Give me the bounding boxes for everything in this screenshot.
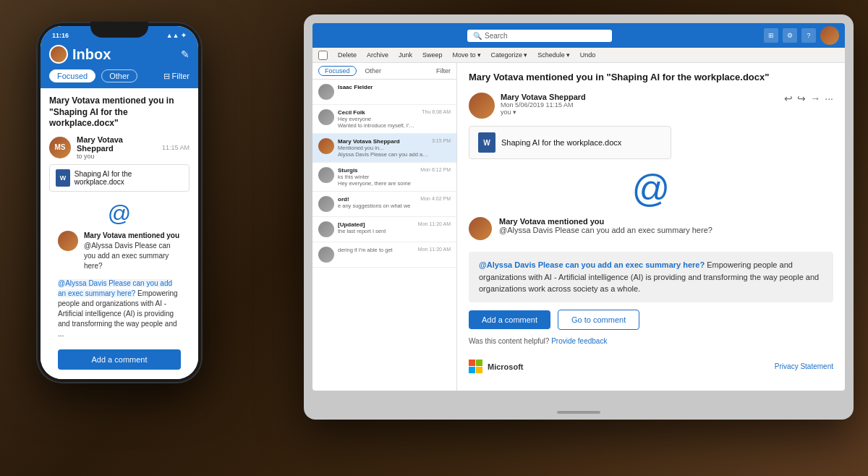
phone-add-comment-button[interactable]: Add a comment [58,349,181,370]
tablet-ctrl-undo-icon[interactable]: ↩ [784,93,793,104]
tablet-list-item-selected[interactable]: Mary Votava Sheppard Mentioned you in...… [312,134,456,163]
tablet-help-icon[interactable]: ? [801,28,816,43]
phone-mention-intro: Mary Votava mentioned you [84,231,181,241]
tablet-attachment-filename: Shaping AI for the workplace.docx [501,138,621,147]
tablet-word-icon: W [478,132,495,153]
tablet-email-list: Focused Other Filter Isaac Fielder [312,63,457,391]
tablet-item-avatar-3 [318,167,334,183]
tablet-item-avatar-4 [318,196,334,212]
phone-user-avatar [49,45,68,64]
tablet-mention-content: Mary Votava mentioned you @Alyssa Davis … [499,217,833,234]
tablet-list-item[interactable]: Sturgis ks this winter Hey everyone, the… [312,163,456,192]
phone-device: 11:16 ▲▲ ✦ Inbox ✎ Focused Other ⊟ Filte… [36,22,203,383]
tablet-categorize-button[interactable]: Categorize ▾ [488,50,531,60]
tablet-delete-button[interactable]: Delete [335,50,359,60]
tablet-sweep-button[interactable]: Sweep [420,50,446,60]
tablet-ctrl-forward-icon[interactable]: → [810,93,820,104]
tablet-item-avatar-2 [318,138,334,154]
tablet-action-buttons: Add a comment Go to comment [469,310,833,330]
phone-tab-focused[interactable]: Focused [49,69,95,82]
tablet-item-avatar-6 [318,247,334,263]
phone-email-time: 11:15 AM [162,144,190,151]
tablet-select-checkbox[interactable] [318,51,328,60]
tablet-item-content-1: Cecil Folk Hey everyone Wanted to introd… [338,109,418,129]
tablet-search-icon: 🔍 [473,32,482,40]
tablet-moveto-button[interactable]: Move to ▾ [450,50,484,60]
tablet-feedback-text: Was this content helpful? [469,337,549,345]
phone-sender-to: to you [77,153,156,160]
tablet-item-preview-1b: Wanted to introduce myself, I'm the new … [338,122,418,129]
phone-sender-avatar: MS [49,137,71,158]
phone-mention-avatar [58,231,78,251]
tablet-reading-meta: Mary Votava Sheppard Mon 5/06/2019 11:15… [469,93,833,119]
tablet-go-comment-button[interactable]: Go to comment [558,310,639,330]
phone-at-symbol: @ [108,202,131,225]
phone-attachment-name: Shaping AI for the workplace.docx [75,170,183,186]
phone-title-row: Inbox [49,45,111,64]
phone-mention-row: Mary Votava mentioned you @Alyssa Davis … [49,226,190,276]
tablet-item-sender-3: Sturgis [338,167,417,174]
tablet-privacy-link[interactable]: Privacy Statement [775,362,833,370]
tablet-reading-sender-name: Mary Votava Sheppard [501,93,778,101]
tablet-list-item[interactable]: Isaac Fielder [312,80,456,105]
tablet-item-time-1: Thu 8:08 AM [422,109,451,129]
tablet-item-sender-0: Isaac Fielder [338,84,451,90]
tablet-item-time-3: Mon 6:12 PM [420,167,451,187]
tablet-mention-row: Mary Votava mentioned you @Alyssa Davis … [469,217,833,240]
tablet-settings-icon[interactable]: ⚙ [783,28,797,43]
tablet-archive-button[interactable]: Archive [364,50,391,60]
tablet-body-highlighted: @Alyssa Davis Please can you add an exec… [479,260,705,269]
tablet-item-content-0: Isaac Fielder [338,84,451,100]
phone-sender-name: Mary Votava Sheppard [77,135,156,153]
tablet-list-tab-other[interactable]: Other [359,67,388,75]
phone-edit-icon[interactable]: ✎ [181,48,190,60]
tablet-junk-button[interactable]: Junk [396,50,415,60]
tablet-list-item[interactable]: dering if I'm able to get Mon 11:20 AM [312,242,456,268]
tablet-item-sender-2: Mary Votava Sheppard [338,138,428,145]
phone-filter-button[interactable]: ⊟ Filter [163,72,190,81]
tablet-list-tab-focused[interactable]: Focused [318,66,357,76]
tablet-user-avatar[interactable] [820,26,839,45]
phone-tabs: Focused Other ⊟ Filter [41,69,198,88]
tablet-feedback-link[interactable]: Provide feedback [551,337,607,345]
tablet-item-preview-3: ks this winter [338,174,417,180]
microsoft-logo-icon [469,360,483,374]
tablet-reading-sender-to: you ▾ [501,109,778,116]
phone-email-preview: Mary Votava mentioned you in "Shaping AI… [41,88,198,379]
phone-sender-info: Mary Votava Sheppard to you [77,135,156,160]
tablet-list-item[interactable]: ord! e any suggestions on what we Mon 4:… [312,192,456,217]
tablet-microsoft-section: Microsoft [469,360,524,374]
tablet-mention-preview: @Alyssa Davis Please can you add an exec… [499,226,833,234]
tablet-list-item[interactable]: [Updated] the last report I sent Mon 11:… [312,217,456,242]
tablet-home-bar [557,411,600,414]
phone-sender-row: MS Mary Votava Sheppard to you 11:15 AM [49,135,190,160]
tablet-item-content-2: Mary Votava Sheppard Mentioned you in...… [338,138,428,158]
tablet-reading-pane: Mary Votava mentioned you in "Shaping AI… [457,63,845,391]
tablet-footer: Microsoft Privacy Statement [469,357,833,377]
tablet-undo-button[interactable]: Undo [577,50,599,60]
tablet-add-comment-button[interactable]: Add a comment [469,310,550,329]
tablet-ctrl-redo-icon[interactable]: ↪ [797,93,806,104]
phone-email-subject: Mary Votava mentioned you in "Shaping AI… [49,95,190,129]
tablet-list-item[interactable]: Cecil Folk Hey everyone Wanted to introd… [312,105,456,134]
phone-mention-section: @ [49,197,190,226]
tablet-ctrl-more-icon[interactable]: ··· [825,93,833,104]
tablet-grid-icon[interactable]: ⊞ [764,28,778,43]
phone-tab-other[interactable]: Other [101,69,137,82]
tablet-item-avatar-0 [318,84,334,100]
tablet-search-box[interactable]: 🔍 Search [467,30,612,42]
tablet-schedule-button[interactable]: Schedule ▾ [535,50,573,60]
tablet-item-content-5: [Updated] the last report I sent [338,221,414,237]
tablet-item-sender-1: Cecil Folk [338,109,418,116]
phone-inbox-title: Inbox [72,46,111,63]
tablet-list-filter[interactable]: Filter [436,67,451,75]
tablet-mention-avatar [469,217,492,240]
tablet-item-sender-4: ord! [338,196,417,203]
phone-attachment[interactable]: W Shaping AI for the workplace.docx [49,164,190,192]
phone-mention-question: @Alyssa Davis Please can you add an exec… [84,241,181,271]
tablet-attachment-card[interactable]: W Shaping AI for the workplace.docx [469,126,671,159]
phone-notch [90,22,148,38]
tablet-item-preview-2: Mentioned you in... [338,145,428,151]
tablet-item-preview-6: dering if I'm able to get [338,247,414,253]
tablet-item-time-4: Mon 4:02 PM [420,196,451,212]
